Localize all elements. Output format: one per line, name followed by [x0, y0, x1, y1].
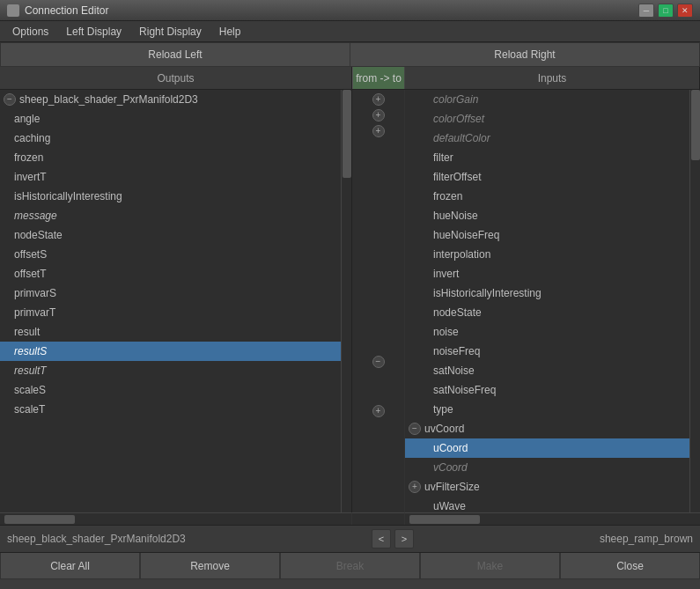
center-minus-icon[interactable]: − — [372, 356, 385, 368]
right-list-item[interactable]: filter — [405, 148, 689, 167]
center-panel: + + + − + — [352, 90, 405, 512]
list-item[interactable]: offsetS — [0, 245, 341, 264]
right-list-item[interactable]: frozen — [405, 187, 689, 206]
main-content: − sheep_black_shader_PxrManifold2D3 angl… — [0, 90, 700, 512]
right-panel-inner: colorGain colorOffset defaultColor filte… — [405, 90, 700, 512]
collapse-icon[interactable]: − — [4, 93, 16, 106]
list-item[interactable]: offsetT — [0, 264, 341, 283]
menu-right-display[interactable]: Right Display — [130, 23, 210, 40]
menu-options[interactable]: Options — [4, 23, 57, 40]
list-item[interactable]: angle — [0, 109, 341, 129]
close-button[interactable]: Close — [560, 553, 700, 579]
action-row: Clear All Remove Break Make Close — [0, 553, 700, 579]
list-item[interactable]: scaleT — [0, 400, 341, 419]
right-scroll-thumb — [691, 90, 700, 160]
list-item[interactable]: primvarT — [0, 303, 341, 322]
right-list-item-selected[interactable]: uCoord — [405, 438, 689, 458]
right-panel-scroll[interactable]: colorGain colorOffset defaultColor filte… — [405, 90, 689, 512]
right-list-item[interactable]: satNoise — [405, 361, 689, 380]
list-item[interactable]: result — [0, 322, 341, 342]
list-item[interactable]: nodeState — [0, 225, 341, 245]
right-list-item[interactable]: interpolation — [405, 245, 689, 264]
left-panel-inner: − sheep_black_shader_PxrManifold2D3 angl… — [0, 90, 351, 512]
right-list-item[interactable]: satNoiseFreq — [405, 380, 689, 400]
right-hscrollbar[interactable] — [405, 512, 700, 525]
window-controls: ─ □ ✕ — [638, 4, 693, 18]
minimize-button[interactable]: ─ — [638, 4, 654, 18]
break-button[interactable]: Break — [280, 553, 420, 579]
title-bar: Connection Editor ─ □ ✕ — [0, 0, 700, 21]
list-item[interactable]: caching — [0, 129, 341, 148]
column-headers: Outputs from -> to Inputs — [0, 67, 700, 90]
list-item[interactable]: resultT — [0, 361, 341, 380]
list-item-selected[interactable]: resultS — [0, 342, 341, 361]
right-panel: colorGain colorOffset defaultColor filte… — [405, 90, 700, 512]
center-plus-icon-1[interactable]: + — [372, 93, 385, 106]
right-list-item[interactable]: hueNoise — [405, 206, 689, 225]
list-item[interactable]: scaleS — [0, 380, 341, 400]
left-panel-vscrollbar[interactable] — [341, 90, 351, 512]
menu-bar: Options Left Display Right Display Help — [0, 21, 700, 42]
outputs-header: Outputs — [0, 67, 352, 89]
right-list-item[interactable]: type — [405, 400, 689, 419]
reload-left-button[interactable]: Reload Left — [0, 42, 350, 67]
maximize-button[interactable]: □ — [658, 4, 674, 18]
tree-root-node[interactable]: − sheep_black_shader_PxrManifold2D3 — [0, 90, 341, 109]
nav-row: sheep_black_shader_PxrManifold2D3 < > sh… — [0, 525, 700, 553]
center-hscrollbar — [352, 512, 405, 525]
left-panel: − sheep_black_shader_PxrManifold2D3 angl… — [0, 90, 352, 512]
left-hscroll-thumb — [4, 515, 75, 524]
toolbar: Reload Left Reload Right — [0, 42, 700, 67]
right-list-item[interactable]: colorOffset — [405, 109, 689, 129]
window-icon — [7, 4, 19, 17]
list-item[interactable]: invertT — [0, 167, 341, 187]
menu-help[interactable]: Help — [210, 23, 250, 40]
list-item[interactable]: frozen — [0, 148, 341, 167]
nav-right-button[interactable]: > — [394, 529, 414, 549]
right-list-item[interactable]: vCoord — [405, 458, 689, 477]
left-hscrollbar[interactable] — [0, 512, 352, 525]
right-list-item[interactable]: isHistoricallyInteresting — [405, 283, 689, 303]
left-nav-label: sheep_black_shader_PxrManifold2D3 — [7, 533, 186, 545]
center-plus-icon-3[interactable]: + — [372, 125, 385, 137]
list-item[interactable]: isHistoricallyInteresting — [0, 187, 341, 206]
make-button[interactable]: Make — [420, 553, 560, 579]
right-list-item[interactable]: noiseFreq — [405, 342, 689, 361]
nav-arrows: < > — [372, 529, 414, 549]
left-scroll-thumb — [343, 90, 351, 178]
from-to-header: from -> to — [352, 67, 405, 89]
right-hscroll-thumb — [409, 515, 480, 524]
reload-right-button[interactable]: Reload Right — [350, 42, 700, 67]
inputs-header: Inputs — [405, 67, 700, 89]
right-list-item[interactable]: colorGain — [405, 90, 689, 109]
horizontal-scrollbars — [0, 512, 700, 525]
right-panel-vscrollbar[interactable] — [689, 90, 700, 512]
uv-group-collapse-icon[interactable]: − — [409, 423, 421, 435]
right-group-header-uvfiltersize[interactable]: + uvFilterSize — [405, 477, 689, 497]
center-plus-icon-2[interactable]: + — [372, 109, 385, 121]
right-list-item[interactable]: hueNoiseFreq — [405, 225, 689, 245]
left-panel-scroll[interactable]: − sheep_black_shader_PxrManifold2D3 angl… — [0, 90, 341, 512]
right-group-header-uvcoord[interactable]: − uvCoord — [405, 419, 689, 438]
right-list-item[interactable]: uWave — [405, 497, 689, 512]
right-list-item[interactable]: noise — [405, 322, 689, 342]
close-window-button[interactable]: ✕ — [677, 4, 693, 18]
right-list-item[interactable]: invert — [405, 264, 689, 283]
right-list-item[interactable]: filterOffset — [405, 167, 689, 187]
list-item[interactable]: primvarS — [0, 283, 341, 303]
nav-left-button[interactable]: < — [372, 529, 391, 549]
center-plus-icon-4[interactable]: + — [372, 405, 385, 417]
right-nav-label: sheep_ramp_brown — [600, 533, 693, 545]
right-list-item[interactable]: defaultColor — [405, 129, 689, 148]
right-list-item[interactable]: nodeState — [405, 303, 689, 322]
window-title: Connection Editor — [25, 4, 638, 17]
remove-button[interactable]: Remove — [140, 553, 280, 579]
list-item[interactable]: message — [0, 206, 341, 225]
menu-left-display[interactable]: Left Display — [57, 23, 130, 40]
clear-all-button[interactable]: Clear All — [0, 553, 140, 579]
uvfilter-group-expand-icon[interactable]: + — [409, 481, 421, 493]
